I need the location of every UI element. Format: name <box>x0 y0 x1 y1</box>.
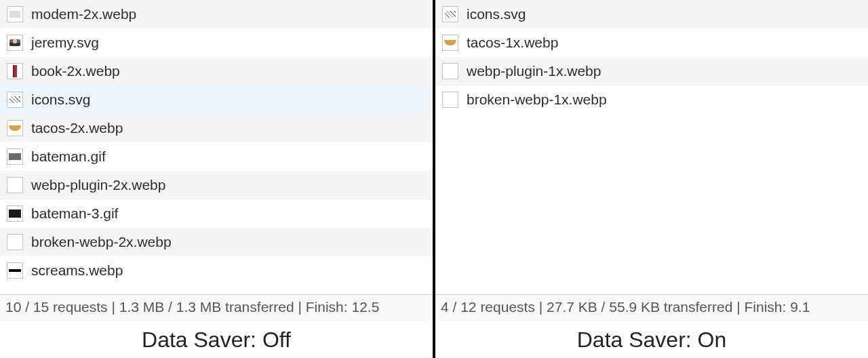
file-name: webp-plugin-1x.webp <box>467 63 601 79</box>
file-name: broken-webp-1x.webp <box>467 92 607 108</box>
file-name: book-2x.webp <box>31 63 120 79</box>
spacer <box>435 114 868 294</box>
status-bar-right: 4 / 12 requests | 27.7 KB / 55.9 KB tran… <box>435 294 868 321</box>
network-request-row[interactable]: bateman.gif <box>0 142 433 171</box>
network-request-row[interactable]: webp-plugin-2x.webp <box>0 171 433 199</box>
network-request-row[interactable]: icons.svg <box>435 0 868 28</box>
network-request-row[interactable]: broken-webp-2x.webp <box>0 228 433 256</box>
file-thumbnail-icon <box>7 262 23 279</box>
caption-right: Data Saver: On <box>435 321 868 358</box>
comparison-container: modem-2x.webpjeremy.svgbook-2x.webpicons… <box>0 0 868 358</box>
file-name: tacos-2x.webp <box>31 120 123 136</box>
file-name: screams.webp <box>31 262 123 279</box>
network-request-row[interactable]: tacos-1x.webp <box>435 28 868 57</box>
file-thumbnail-icon <box>442 63 458 79</box>
panel-data-saver-off: modem-2x.webpjeremy.svgbook-2x.webpicons… <box>0 0 435 358</box>
file-thumbnail-icon <box>7 148 23 165</box>
spacer <box>0 285 433 294</box>
file-name: jeremy.svg <box>31 35 99 51</box>
network-request-row[interactable]: icons.svg <box>0 85 433 114</box>
file-name: webp-plugin-2x.webp <box>31 177 165 193</box>
caption-left: Data Saver: Off <box>0 321 433 358</box>
network-request-row[interactable]: modem-2x.webp <box>0 0 433 28</box>
file-name: bateman-3.gif <box>31 205 118 222</box>
network-request-row[interactable]: screams.webp <box>0 256 433 285</box>
file-thumbnail-icon <box>442 35 458 51</box>
file-thumbnail-icon <box>7 120 23 136</box>
file-thumbnail-icon <box>7 6 23 22</box>
network-request-row[interactable]: broken-webp-1x.webp <box>435 85 868 114</box>
network-request-row[interactable]: webp-plugin-1x.webp <box>435 57 868 85</box>
file-thumbnail-icon <box>442 6 458 22</box>
file-name: bateman.gif <box>31 148 106 165</box>
file-thumbnail-icon <box>7 234 23 250</box>
network-request-row[interactable]: bateman-3.gif <box>0 199 433 228</box>
status-bar-left: 10 / 15 requests | 1.3 MB / 1.3 MB trans… <box>0 294 433 321</box>
file-name: modem-2x.webp <box>31 6 136 22</box>
file-name: icons.svg <box>31 92 91 108</box>
file-name: icons.svg <box>467 6 526 22</box>
file-thumbnail-icon <box>7 92 23 108</box>
file-thumbnail-icon <box>7 63 23 79</box>
network-request-row[interactable]: tacos-2x.webp <box>0 114 433 142</box>
file-name: broken-webp-2x.webp <box>31 234 172 250</box>
file-thumbnail-icon <box>7 205 23 222</box>
file-thumbnail-icon <box>7 35 23 51</box>
network-request-row[interactable]: book-2x.webp <box>0 57 433 85</box>
network-request-row[interactable]: jeremy.svg <box>0 28 433 57</box>
file-name: tacos-1x.webp <box>467 35 558 51</box>
network-rows-left: modem-2x.webpjeremy.svgbook-2x.webpicons… <box>0 0 433 285</box>
file-thumbnail-icon <box>442 92 458 108</box>
network-rows-right: icons.svgtacos-1x.webpwebp-plugin-1x.web… <box>435 0 868 114</box>
file-thumbnail-icon <box>7 177 23 193</box>
panel-data-saver-on: icons.svgtacos-1x.webpwebp-plugin-1x.web… <box>435 0 868 358</box>
